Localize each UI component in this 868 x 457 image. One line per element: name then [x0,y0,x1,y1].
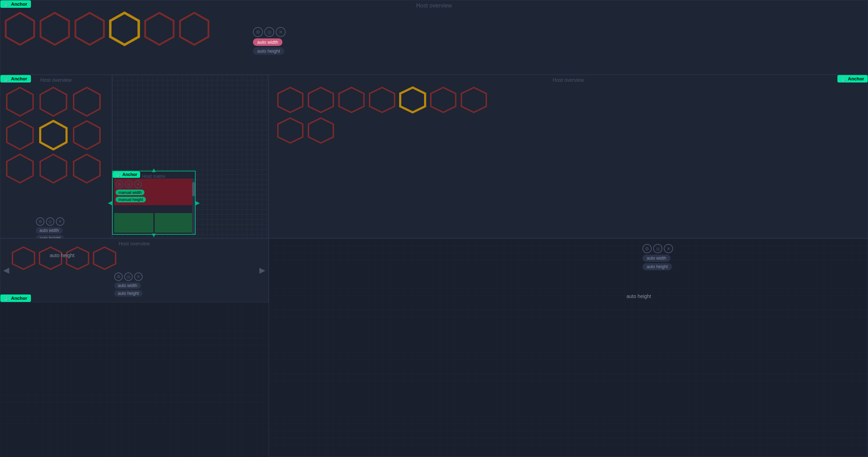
svg-marker-11 [74,121,100,149]
svg-marker-3 [110,13,139,45]
hex-5 [143,11,175,47]
bottom-center-auto-width-badge: auto width [114,282,141,289]
ml-hex-5-gold [37,119,69,151]
mid-right-title: Host overview [553,77,584,83]
ml-hex-3 [71,86,103,118]
ml-hex-1 [4,86,36,118]
far-right-auto-height-label: auto height [626,293,651,299]
matrix-gear-btn[interactable]: ⚙ [116,180,123,188]
bottom-center-circle-btn[interactable]: ◎ [124,272,133,281]
svg-marker-24 [12,247,35,269]
ml-hex-4 [4,119,36,151]
hex-4-gold [108,11,141,47]
svg-marker-18 [370,87,395,112]
bottom-center-title: Host overview [119,241,150,246]
svg-marker-27 [94,247,116,269]
bottom-center-close-btn[interactable]: ✕ [134,272,143,281]
svg-marker-16 [308,87,333,112]
svg-marker-25 [39,247,62,269]
svg-marker-26 [67,247,89,269]
matrix-scrollbar[interactable] [192,179,195,234]
top-main-circle-btn[interactable]: ◎ [264,27,274,37]
mid-right-close-btn[interactable]: ✕ [664,244,673,253]
ml-hex-9 [71,153,103,185]
mid-left-close-btn[interactable]: ✕ [56,217,64,226]
svg-marker-6 [7,87,33,116]
anchor-icon-mid-left: ⚓ [4,76,10,81]
matrix-down-arrow[interactable]: ▼ [151,232,157,239]
hex-1 [4,11,36,47]
matrix-close-btn[interactable]: ✕ [134,180,142,188]
mid-left-gear-btn[interactable]: ⚙ [36,217,44,226]
matrix-circle-btn[interactable]: ◎ [125,180,133,188]
svg-marker-21 [461,87,486,112]
mid-left-panel: Host overview ⚓ Anchor ⚙ ◎ ✕ auto width … [0,75,112,238]
matrix-left-arrow[interactable]: ◀ [108,199,113,207]
top-main-ctrl-buttons: ⚙ ◎ ✕ [253,27,286,37]
mid-left-title: Host overview [41,77,72,83]
bottom-right-area [269,238,868,457]
bottom-center-gear-btn[interactable]: ⚙ [114,272,123,281]
anchor-icon: ⚓ [4,1,10,7]
top-main-anchor-badge[interactable]: ⚓ Anchor [0,0,31,8]
matrix-manual-height-badge: manual height [116,197,146,202]
svg-marker-12 [7,154,33,183]
hex-6 [178,11,210,47]
top-main-controls: ⚙ ◎ ✕ auto width auto height [253,27,286,55]
mid-left-anchor-badge[interactable]: ⚓ Anchor [0,75,31,83]
matrix-scrollbar-thumb[interactable] [192,182,195,196]
matrix-manual-width-badge: manual width [116,190,144,195]
mid-left-hex-grid [4,86,103,185]
svg-marker-22 [278,118,303,143]
bottom-center-hex-row [11,246,117,271]
svg-marker-20 [431,87,456,112]
top-main-gear-btn[interactable]: ⚙ [253,27,263,37]
matrix-anchor-badge[interactable]: ⚓ Anchor [113,171,140,178]
bottom-center-nav-left[interactable]: ◀ [3,266,9,275]
bottom-remaining-area [0,302,269,457]
hex-2 [39,11,71,47]
anchor-icon-matrix: ⚓ [116,172,121,177]
mid-right-gear-btn[interactable]: ⚙ [642,244,652,253]
top-main-panel: Host overview ⚓ Anchor ⚙ ◎ ✕ auto width … [0,0,868,75]
svg-marker-13 [40,154,67,183]
top-main-hex-row [4,11,210,47]
bottom-center-ctrl-buttons: ⚙ ◎ ✕ [114,272,143,281]
mid-right-circle-btn[interactable]: ◎ [653,244,662,253]
mid-center-matrix-panel: ▲ ▼ ◀ ▶ Host matrix ⚓ Anchor ⚙ ◎ ✕ manua… [112,171,196,235]
matrix-green-1 [114,213,153,233]
bottom-center-auto-height-badge: auto height [114,290,142,297]
ml-hex-7 [4,153,36,185]
svg-marker-0 [6,13,34,45]
mid-left-ctrl-buttons: ⚙ ◎ ✕ [36,217,64,226]
mid-right-anchor-badge[interactable]: ⚓ Anchor [837,75,868,83]
matrix-up-arrow[interactable]: ▲ [151,166,157,174]
anchor-icon-bottom: ⚓ [4,296,10,301]
bottom-center-anchor-badge[interactable]: ⚓ Anchor [0,294,31,302]
top-main-close-btn[interactable]: ✕ [276,27,286,37]
bottom-center-panel: Host overview ⚓ Anchor ◀ ▶ ⚙ ◎ ✕ auto wi… [0,238,269,302]
mid-right-ctrl-buttons: ⚙ ◎ ✕ [642,244,673,253]
ml-hex-2 [37,86,69,118]
top-main-title: Host overview [416,2,452,9]
svg-marker-14 [74,154,100,183]
mid-right-controls: ⚙ ◎ ✕ auto width auto height [642,244,673,270]
anchor-icon-mid-right: ⚓ [841,76,847,81]
svg-marker-17 [339,87,364,112]
mid-left-circle-btn[interactable]: ◎ [46,217,54,226]
svg-marker-10 [40,121,67,149]
ml-hex-8 [37,153,69,185]
svg-marker-23 [308,118,333,143]
svg-marker-7 [40,87,67,116]
svg-marker-2 [75,13,104,45]
mid-left-auto-height-label: auto height [50,253,74,258]
bottom-center-nav-right[interactable]: ▶ [259,266,265,275]
hex-3 [74,11,106,47]
svg-marker-4 [145,13,174,45]
svg-marker-5 [180,13,208,45]
svg-marker-15 [278,87,303,112]
top-main-auto-width-badge: auto width [253,38,282,46]
top-main-auto-height-badge: auto height [253,47,284,55]
ml-hex-6 [71,119,103,151]
matrix-right-arrow[interactable]: ▶ [195,199,200,207]
